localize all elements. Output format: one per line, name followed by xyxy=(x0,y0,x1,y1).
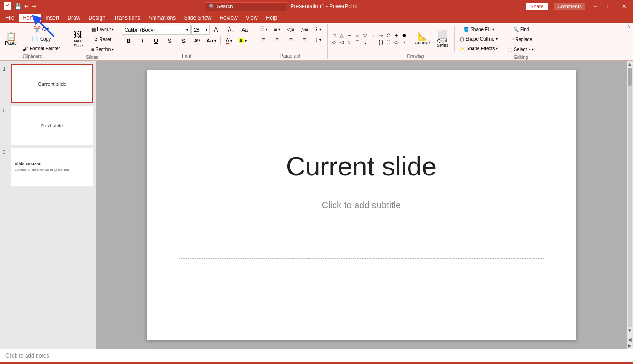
undo-icon[interactable]: ↩ xyxy=(24,3,29,10)
slide-canvas[interactable]: Current slide Click to add subtitle xyxy=(147,70,576,340)
ribbon-group-drawing: □ △ ─ ○ ▽ → ⇒ ⬠ ✦ ⬟ ◇ ◁ ▷ ⌒ ⤹ ⋯ { } xyxy=(328,24,503,59)
shape-item[interactable]: ⇒ xyxy=(377,32,384,39)
layout-button[interactable]: ▦ Layout ▾ xyxy=(89,25,116,34)
new-slide-button[interactable]: 🖼 New Slide xyxy=(68,26,88,53)
justify-button[interactable]: ≡ xyxy=(298,35,311,44)
shape-item[interactable]: □ xyxy=(330,32,338,39)
redo-icon[interactable]: ↪ xyxy=(32,3,36,10)
columns-button[interactable]: ⫶ ▾ xyxy=(312,25,324,34)
copy-label: Copy xyxy=(40,37,51,42)
numbering-button[interactable]: ≡ ▾ xyxy=(271,25,283,34)
menu-view[interactable]: View xyxy=(242,14,261,22)
menu-review[interactable]: Review xyxy=(216,14,241,22)
shape-effects-button[interactable]: ✨ Shape Effects ▾ xyxy=(457,44,500,53)
increase-indent-button[interactable]: ▷≡ xyxy=(298,25,311,34)
shape-item[interactable]: ⬭ xyxy=(393,39,400,46)
scroll-next-slide-button[interactable]: ▶ xyxy=(628,343,632,348)
char-spacing-button[interactable]: AV xyxy=(191,36,203,45)
font-size-selector[interactable]: 28 ▾ xyxy=(191,25,210,35)
paste-button[interactable]: 📋 Paste xyxy=(3,26,19,52)
shape-item[interactable]: → xyxy=(369,32,377,39)
shape-item[interactable]: ◁ xyxy=(338,39,346,46)
shape-item[interactable]: ▽ xyxy=(362,32,369,39)
increase-font-button[interactable]: A↑ xyxy=(211,25,223,34)
scroll-down-button[interactable]: ▼ xyxy=(628,328,632,333)
shape-item[interactable]: △ xyxy=(338,32,346,39)
close-button[interactable]: ✕ xyxy=(619,3,629,10)
minimize-button[interactable]: − xyxy=(591,3,600,10)
menu-transitions[interactable]: Transitions xyxy=(110,14,144,22)
share-button[interactable]: Share xyxy=(526,3,548,10)
align-right-button[interactable]: ≡ xyxy=(284,35,297,44)
shape-item[interactable]: ⋯ xyxy=(369,39,377,46)
shape-item[interactable]: ─ xyxy=(346,32,353,39)
bold-button[interactable]: B xyxy=(122,36,135,45)
line-spacing-button[interactable]: ↕ ▾ xyxy=(312,35,324,44)
slide-thumb-1[interactable]: Current slide xyxy=(11,64,93,103)
shape-item[interactable]: ▷ xyxy=(346,39,353,46)
shape-item[interactable]: 〔〕 xyxy=(385,39,392,46)
align-left-button[interactable]: ≡ xyxy=(257,35,270,44)
shape-fill-button[interactable]: 🪣 Shape Fill ▾ xyxy=(457,25,500,34)
menu-file[interactable]: File xyxy=(2,14,18,22)
slide-thumb-2[interactable]: Next slide xyxy=(11,106,93,145)
menu-animations[interactable]: Animations xyxy=(145,14,179,22)
find-button[interactable]: 🔍 Find xyxy=(506,25,536,34)
shape-outline-button[interactable]: ▢ Shape Outline ▾ xyxy=(457,34,500,43)
menu-slideshow[interactable]: Slide Show xyxy=(180,14,215,22)
menu-draw[interactable]: Draw xyxy=(64,14,84,22)
slide-subtitle-box[interactable]: Click to add subtitle xyxy=(179,195,544,259)
select-button[interactable]: ⬚ Select ~ ▾ xyxy=(506,45,536,54)
menu-insert[interactable]: Insert xyxy=(42,14,63,22)
copy-button[interactable]: 📄 Copy xyxy=(20,34,62,43)
title-search-box[interactable]: 🔍 Search xyxy=(205,2,287,11)
section-button[interactable]: ≡ Section ▾ xyxy=(89,45,116,54)
menu-design[interactable]: Design xyxy=(85,14,109,22)
scroll-up-button[interactable]: ▲ xyxy=(628,62,632,67)
shape-item[interactable]: { } xyxy=(377,39,384,46)
comments-button[interactable]: Comments xyxy=(554,3,585,10)
shape-item[interactable]: ⌒ xyxy=(354,39,361,46)
arrange-button[interactable]: 📐 Arrange xyxy=(413,26,432,52)
shape-item[interactable]: ⤹ xyxy=(362,39,369,46)
scroll-thumb[interactable] xyxy=(628,68,632,86)
menu-help[interactable]: Help xyxy=(262,14,281,22)
scroll-prev-slide-button[interactable]: ◀ xyxy=(628,337,632,342)
shape-item[interactable]: ◇ xyxy=(330,39,338,46)
collapse-ribbon-button[interactable]: ∧ xyxy=(627,24,630,29)
strikethrough-button[interactable]: S xyxy=(163,36,176,45)
shadow-button[interactable]: S xyxy=(177,36,190,45)
quick-styles-button[interactable]: ⬜ Quick Styles xyxy=(433,26,452,52)
quick-access-toolbar: 💾 ↩ ↪ xyxy=(15,3,36,10)
shape-item[interactable]: ⬟ xyxy=(400,32,408,39)
vertical-scrollbar[interactable]: ▲ ▼ ◀ ▶ xyxy=(627,61,633,349)
highlight-button[interactable]: A ▾ xyxy=(236,36,249,45)
font-name-selector[interactable]: Calibri (Body) ▾ xyxy=(122,25,191,35)
char-spacing-icon: AV xyxy=(194,38,200,43)
shape-item[interactable]: ⬠ xyxy=(385,32,392,39)
shape-item[interactable]: ○ xyxy=(354,32,361,39)
decrease-indent-button[interactable]: ◁≡ xyxy=(284,25,297,34)
decrease-font-button[interactable]: A↓ xyxy=(224,25,237,34)
slide-main-title[interactable]: Current slide xyxy=(286,151,436,181)
italic-button[interactable]: I xyxy=(136,36,149,45)
replace-button[interactable]: ⇄ Replace xyxy=(506,35,536,44)
notes-placeholder[interactable]: Click to add notes xyxy=(5,353,49,359)
format-painter-button[interactable]: 🖌 Format Painter xyxy=(20,44,62,53)
menu-home[interactable]: Home xyxy=(19,14,41,22)
save-icon[interactable]: 💾 xyxy=(15,3,21,10)
clear-format-button[interactable]: Aa xyxy=(238,25,251,34)
maximize-button[interactable]: □ xyxy=(605,3,614,10)
align-center-button[interactable]: ≡ xyxy=(271,35,283,44)
change-case-button[interactable]: Aa ▾ xyxy=(204,36,218,45)
slide-subtitle-placeholder[interactable]: Click to add subtitle xyxy=(322,200,401,211)
slide-thumb-3[interactable]: Slide content Content for this slide wil… xyxy=(11,148,93,186)
shape-item[interactable]: ✦ xyxy=(393,32,400,39)
reset-button[interactable]: ↺ Reset xyxy=(89,35,116,44)
bullets-button[interactable]: ☰ ▾ xyxy=(257,25,270,34)
underline-button[interactable]: U xyxy=(149,36,162,45)
notes-bar[interactable]: Click to add notes xyxy=(0,349,633,362)
font-color-button[interactable]: A ▾ xyxy=(223,36,235,45)
cut-button[interactable]: ✂️ Cut xyxy=(20,25,62,34)
shape-item-more[interactable]: ▾ xyxy=(400,39,408,46)
